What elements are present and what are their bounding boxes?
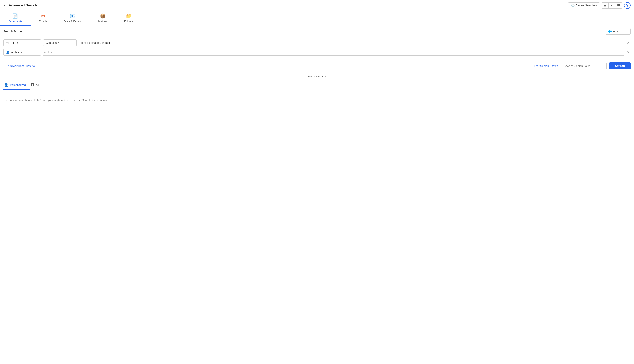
back-button[interactable]: ‹ <box>3 2 6 8</box>
chevron-down-icon: ▾ <box>21 51 22 54</box>
author-field-label: Author <box>11 51 19 54</box>
search-button[interactable]: Search <box>609 62 631 70</box>
title-field-label: Title <box>10 41 15 44</box>
title-field-dropdown[interactable]: ▤ Title ▾ <box>3 39 41 46</box>
scope-dropdown[interactable]: 🌐 All ▾ <box>605 28 631 34</box>
result-tab-all[interactable]: 🗄 All <box>30 80 43 90</box>
documents-icon: 📄 <box>12 14 18 19</box>
chevron-up-icon: ∧ <box>324 75 326 78</box>
tab-documents-label: Documents <box>8 20 22 23</box>
chevron-down-icon: ∨ <box>611 4 613 7</box>
title-value-input[interactable] <box>79 40 624 46</box>
clear-label: Clear Search Entries <box>533 64 558 68</box>
help-button[interactable]: ? <box>624 2 631 9</box>
matters-icon: 📦 <box>100 14 106 19</box>
emails-icon: ✉ <box>41 14 45 19</box>
tab-matters-label: Matters <box>98 20 107 23</box>
recent-searches-button[interactable]: 🕐 Recent Searches <box>568 2 600 8</box>
view-toggle: ⊞ ∨ ☰ <box>601 2 622 8</box>
search-scope-label: Search Scope: <box>3 30 23 33</box>
clear-search-button[interactable]: Clear Search Entries <box>533 64 558 68</box>
result-tab-all-label: All <box>36 83 39 86</box>
tab-documents[interactable]: 📄 Documents <box>0 11 31 26</box>
close-icon: ✕ <box>627 41 630 45</box>
globe-icon: 🌐 <box>608 30 612 33</box>
list-view-button[interactable]: ☰ <box>615 2 622 8</box>
clock-icon: 🕐 <box>571 4 574 7</box>
title-field-icon: ▤ <box>6 41 9 44</box>
plus-icon: ⊕ <box>3 64 7 68</box>
tab-bar: 📄 Documents ✉ Emails 📧 Docs & Emails 📦 M… <box>0 11 634 26</box>
hide-criteria-label: Hide Criteria <box>308 75 323 78</box>
header: ‹ Advanced Search 🕐 Recent Searches ⊞ ∨ … <box>0 0 634 11</box>
tab-docs-emails[interactable]: 📧 Docs & Emails <box>56 11 90 26</box>
result-tab-bar: 👤 Personalized 🗄 All <box>0 80 634 90</box>
title-condition-dropdown[interactable]: Contains ▾ <box>43 39 77 46</box>
help-icon: ? <box>626 3 628 8</box>
tab-matters[interactable]: 📦 Matters <box>90 11 116 26</box>
docs-emails-icon: 📧 <box>70 14 76 19</box>
grid-icon: ⊞ <box>604 4 606 7</box>
title-condition-label: Contains <box>46 41 57 44</box>
chevron-down-icon: ▾ <box>17 42 18 44</box>
result-tab-personalized-label: Personalized <box>10 83 26 86</box>
chevron-down-icon: ▾ <box>58 42 60 44</box>
recent-searches-label: Recent Searches <box>576 4 597 7</box>
criteria-section: ▤ Title ▾ Contains ▾ ✕ 👤 Author ▾ ✕ <box>0 37 634 61</box>
tab-docs-emails-label: Docs & Emails <box>64 20 82 23</box>
author-value-input[interactable] <box>43 49 624 56</box>
add-criteria-button[interactable]: ⊕ Add Additional Criteria <box>3 64 35 68</box>
scope-value: All <box>613 30 616 33</box>
tab-folders-label: Folders <box>124 20 133 23</box>
criteria-row-title: ▤ Title ▾ Contains ▾ ✕ <box>3 39 631 46</box>
hide-criteria-row[interactable]: Hide Criteria ∧ <box>0 73 634 80</box>
list-icon: ☰ <box>617 4 620 7</box>
actions-row: ⊕ Add Additional Criteria Clear Search E… <box>0 61 634 73</box>
page-title: Advanced Search <box>9 4 568 7</box>
search-label: Search <box>615 64 625 68</box>
empty-state-message: To run your search, use 'Enter' from you… <box>4 98 108 102</box>
result-tab-personalized[interactable]: 👤 Personalized <box>3 80 30 90</box>
empty-state: To run your search, use 'Enter' from you… <box>0 90 634 110</box>
add-criteria-label: Add Additional Criteria <box>8 64 35 68</box>
chevron-down-icon: ▾ <box>617 30 618 33</box>
grid-view-button[interactable]: ⊞ <box>602 2 609 8</box>
folders-icon: 📁 <box>126 14 132 19</box>
chevron-view-button[interactable]: ∨ <box>609 2 615 8</box>
search-scope-row: Search Scope: 🌐 All ▾ <box>0 26 634 37</box>
remove-title-criteria-button[interactable]: ✕ <box>626 40 631 46</box>
author-field-icon: 👤 <box>6 51 10 54</box>
criteria-row-author: 👤 Author ▾ ✕ <box>3 49 631 56</box>
tab-folders[interactable]: 📁 Folders <box>116 11 142 26</box>
author-field-dropdown[interactable]: 👤 Author ▾ <box>3 49 41 56</box>
tab-emails[interactable]: ✉ Emails <box>31 11 56 26</box>
tab-emails-label: Emails <box>39 20 47 23</box>
all-icon: 🗄 <box>31 83 34 87</box>
save-folder-input[interactable] <box>560 62 606 70</box>
personalized-icon: 👤 <box>4 83 8 87</box>
remove-author-criteria-button[interactable]: ✕ <box>626 49 631 56</box>
header-actions: 🕐 Recent Searches ⊞ ∨ ☰ ? <box>568 2 631 9</box>
close-icon: ✕ <box>627 50 630 54</box>
